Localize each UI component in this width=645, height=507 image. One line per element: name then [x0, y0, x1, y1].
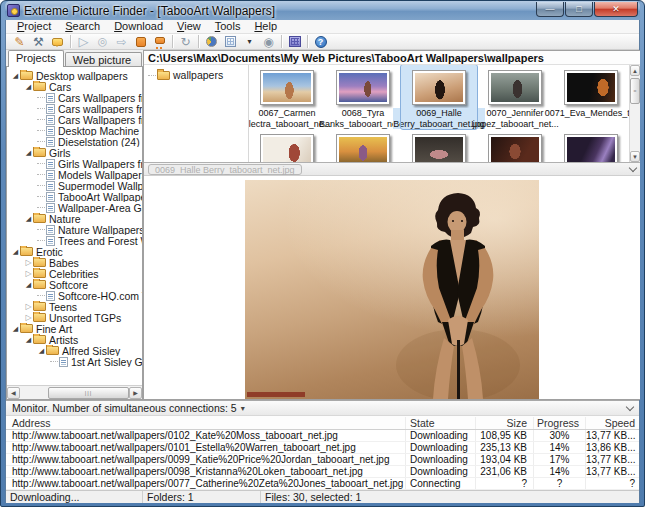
download-row[interactable]: http://www.tabooart.net/wallpapers/0102_…: [6, 430, 639, 442]
tree-item-fine-art[interactable]: ◢Fine Art: [7, 323, 142, 334]
comment-icon[interactable]: [48, 34, 67, 49]
column-progress[interactable]: Progress: [533, 417, 585, 429]
tree-item-erotic[interactable]: ◢Erotic: [7, 246, 142, 257]
tree-item-girls[interactable]: ◢Girls: [7, 147, 142, 158]
column-speed[interactable]: Speed: [585, 417, 639, 429]
folder-item-wallpapers[interactable]: wallpapers: [148, 69, 248, 81]
built-in-browser-icon[interactable]: [285, 34, 304, 49]
project-settings-icon[interactable]: ⚒: [29, 34, 48, 49]
collapse-preview-chevron-icon[interactable]: [629, 163, 637, 171]
expander-closed-icon[interactable]: ▷: [24, 269, 33, 278]
thumbnail-partial[interactable]: [477, 129, 553, 162]
tree-item-trees-and-forest-wallpa[interactable]: Trees and Forest Wallpa: [7, 235, 142, 246]
tree-item-1st-art-sisley-gallery[interactable]: 1st Art Sisley Gallery: [7, 356, 142, 367]
tree-item-cars-wallpapers-from-dt[interactable]: Cars wallpapers from DT: [7, 103, 142, 114]
collapse-monitor-chevron-icon[interactable]: [626, 402, 634, 410]
view-dropdown-arrow[interactable]: ▾: [240, 34, 259, 49]
expander-open-icon[interactable]: ◢: [24, 83, 33, 91]
target-icon[interactable]: ◉: [259, 34, 278, 49]
resume-download-icon[interactable]: ⇨: [112, 34, 131, 49]
expander-open-icon[interactable]: ◢: [24, 281, 33, 289]
expander-closed-icon[interactable]: ▷: [24, 258, 33, 267]
expander-open-icon[interactable]: ◢: [37, 347, 46, 355]
edit-project-icon[interactable]: ✎: [10, 34, 29, 49]
tree-item-celebrities[interactable]: ▷Celebrities: [7, 268, 142, 279]
thumbnail-partial[interactable]: [249, 129, 325, 162]
stop-download-icon[interactable]: [131, 34, 150, 49]
tree-item-tabooart-wallpapers-3[interactable]: TabooArt Wallpapers (3: [7, 191, 142, 202]
tree-item-models-wallpapers-from[interactable]: Models Wallpapers from: [7, 169, 142, 180]
menu-tools[interactable]: Tools: [208, 20, 248, 33]
scroll-up-arrow[interactable]: ▲: [630, 65, 640, 76]
tree-item-alfred-sisley[interactable]: ◢Alfred Sisley: [7, 345, 142, 356]
download-row[interactable]: http://www.tabooart.net/wallpapers/0099_…: [6, 454, 639, 466]
maximize-button[interactable]: □: [565, 2, 593, 17]
tree-item-desktop-wallpapers[interactable]: ◢Desktop wallpapers: [7, 70, 142, 81]
scroll-down-arrow[interactable]: ▼: [630, 151, 640, 162]
minimize-button[interactable]: —: [536, 2, 564, 17]
expander-open-icon[interactable]: ◢: [24, 336, 33, 344]
tree-item-cars[interactable]: ◢Cars: [7, 81, 142, 92]
thumbnail-0071-eva-mendes-t[interactable]: 0071_Eva_Mendes_t...: [553, 65, 629, 129]
tree-item-softcore-hq-com-tgp[interactable]: Softcore-HQ.com TGP: [7, 290, 142, 301]
scroll-right-arrow[interactable]: ▶: [129, 387, 142, 399]
menu-download[interactable]: Download: [107, 20, 170, 33]
preview-image[interactable]: [245, 180, 539, 399]
expander-open-icon[interactable]: ◢: [11, 325, 20, 333]
title-bar[interactable]: Extreme Picture Finder - [TabooArt Wallp…: [5, 1, 640, 20]
tree-item-supermodel-wallpapers[interactable]: Supermodel Wallpapers: [7, 180, 142, 191]
scroll-thumb[interactable]: =: [630, 78, 640, 104]
thumbnail-partial[interactable]: [325, 129, 401, 162]
menu-view[interactable]: View: [170, 20, 208, 33]
menu-help[interactable]: Help: [247, 20, 284, 33]
expander-closed-icon[interactable]: ▷: [24, 302, 33, 311]
expander-open-icon[interactable]: ◢: [11, 72, 20, 80]
tab-projects[interactable]: Projects: [8, 50, 64, 67]
monitor-header[interactable]: Monitor. Number of simultaneous connecti…: [6, 401, 639, 416]
expander-open-icon[interactable]: ◢: [11, 248, 20, 256]
menu-project[interactable]: Project: [10, 20, 58, 33]
download-row[interactable]: http://www.tabooart.net/wallpapers/0101_…: [6, 442, 639, 454]
thumbnail-partial[interactable]: [553, 129, 629, 162]
tree-item-desktop-machine-10[interactable]: Desktop Machine (10): [7, 125, 142, 136]
help-icon[interactable]: ?: [311, 34, 330, 49]
thumbnail-0070-jennifer[interactable]: 0070_JenniferLopez_tabooart_net...: [477, 65, 553, 129]
thumbnail-0069-halle[interactable]: 0069_HalleBerry_tabooart_net.jpg: [401, 65, 477, 129]
thumbnail-0067-carmen[interactable]: 0067_CarmenElectra_tabooart_ne...: [249, 65, 325, 129]
connections-dropdown-icon[interactable]: ▾: [241, 404, 245, 413]
column-state[interactable]: State: [405, 417, 475, 429]
tab-web-picture-search[interactable]: Web picture search: [65, 52, 142, 67]
tree-item-babes[interactable]: ▷Babes: [7, 257, 142, 268]
scroll-thumb[interactable]: |||: [48, 387, 130, 399]
thumbnail-vertical-scrollbar[interactable]: ▲ = ▼: [629, 65, 640, 162]
expander-open-icon[interactable]: ◢: [24, 215, 33, 223]
scroll-left-arrow[interactable]: ◀: [7, 387, 20, 399]
tree-item-girls-wallpapers-from-o[interactable]: Girls Wallpapers from O: [7, 158, 142, 169]
menu-search[interactable]: Search: [58, 20, 107, 33]
expander-open-icon[interactable]: ◢: [24, 149, 33, 157]
tree-item-dieselstation-24[interactable]: Dieselstation (24): [7, 136, 142, 147]
expander-closed-icon[interactable]: ▷: [24, 313, 33, 322]
tree-item-cars-wallpapers-from-d[interactable]: Cars Wallpapers from D: [7, 92, 142, 103]
pause-download-icon[interactable]: ◎: [93, 34, 112, 49]
thumbnail-0068-tyra[interactable]: 0068_TyraBanks_tabooart_net...: [325, 65, 401, 129]
refresh-icon[interactable]: ↻: [176, 34, 195, 49]
stop-all-downloads-icon[interactable]: [150, 34, 169, 49]
tree-item-nature-wallpapers-from[interactable]: Nature Wallpapers from: [7, 224, 142, 235]
tree-item-nature[interactable]: ◢Nature: [7, 213, 142, 224]
download-row[interactable]: http://www.tabooart.net/wallpapers/0077_…: [6, 478, 639, 490]
tree-item-wallpaper-area-girls[interactable]: Wallpaper-Area Girls: [7, 202, 142, 213]
statistics-icon[interactable]: [202, 34, 221, 49]
start-download-icon[interactable]: ▷: [74, 34, 93, 49]
tree-item-softcore[interactable]: ◢Softcore: [7, 279, 142, 290]
thumbnail-partial[interactable]: [401, 129, 477, 162]
tree-item-cars-wallpapers-from-ju[interactable]: Cars Wallpapers from Ju: [7, 114, 142, 125]
close-button[interactable]: ✕: [594, 2, 638, 17]
download-row[interactable]: http://www.tabooart.net/wallpapers/0098_…: [6, 466, 639, 478]
tree-item-teens[interactable]: ▷Teens: [7, 301, 142, 312]
tree-item-artists[interactable]: ◢Artists: [7, 334, 142, 345]
column-size[interactable]: Size: [475, 417, 533, 429]
tree-horizontal-scrollbar[interactable]: ◀ ||| ▶: [7, 385, 142, 399]
tree-item-unsorted-tgps[interactable]: ▷Unsorted TGPs: [7, 312, 142, 323]
preview-file-tab[interactable]: 0069_Halle Berry_tabooart_net.jpg: [148, 164, 302, 175]
